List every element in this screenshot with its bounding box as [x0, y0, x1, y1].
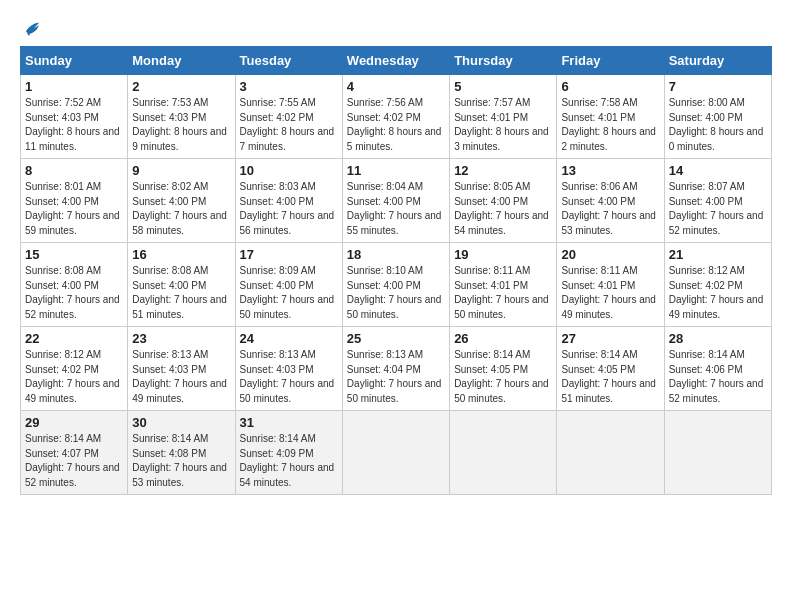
calendar-cell: 21 Sunrise: 8:12 AMSunset: 4:02 PMDaylig…: [664, 243, 771, 327]
day-info: Sunrise: 8:04 AMSunset: 4:00 PMDaylight:…: [347, 180, 445, 238]
day-info: Sunrise: 8:06 AMSunset: 4:00 PMDaylight:…: [561, 180, 659, 238]
day-info: Sunrise: 8:05 AMSunset: 4:00 PMDaylight:…: [454, 180, 552, 238]
calendar-cell: [450, 411, 557, 495]
day-number: 19: [454, 247, 552, 262]
col-tuesday: Tuesday: [235, 47, 342, 75]
day-info: Sunrise: 7:52 AMSunset: 4:03 PMDaylight:…: [25, 96, 123, 154]
day-number: 18: [347, 247, 445, 262]
day-number: 30: [132, 415, 230, 430]
day-info: Sunrise: 8:14 AMSunset: 4:05 PMDaylight:…: [454, 348, 552, 406]
calendar-week-row: 29 Sunrise: 8:14 AMSunset: 4:07 PMDaylig…: [21, 411, 772, 495]
calendar-cell: 12 Sunrise: 8:05 AMSunset: 4:00 PMDaylig…: [450, 159, 557, 243]
calendar-cell: 6 Sunrise: 7:58 AMSunset: 4:01 PMDayligh…: [557, 75, 664, 159]
calendar-body: 1 Sunrise: 7:52 AMSunset: 4:03 PMDayligh…: [21, 75, 772, 495]
day-number: 22: [25, 331, 123, 346]
day-number: 21: [669, 247, 767, 262]
col-monday: Monday: [128, 47, 235, 75]
day-number: 11: [347, 163, 445, 178]
col-friday: Friday: [557, 47, 664, 75]
calendar-cell: 31 Sunrise: 8:14 AMSunset: 4:09 PMDaylig…: [235, 411, 342, 495]
calendar-cell: 22 Sunrise: 8:12 AMSunset: 4:02 PMDaylig…: [21, 327, 128, 411]
day-number: 7: [669, 79, 767, 94]
day-number: 26: [454, 331, 552, 346]
day-number: 8: [25, 163, 123, 178]
col-wednesday: Wednesday: [342, 47, 449, 75]
day-info: Sunrise: 8:13 AMSunset: 4:03 PMDaylight:…: [240, 348, 338, 406]
day-number: 27: [561, 331, 659, 346]
calendar-cell: 18 Sunrise: 8:10 AMSunset: 4:00 PMDaylig…: [342, 243, 449, 327]
calendar-cell: 17 Sunrise: 8:09 AMSunset: 4:00 PMDaylig…: [235, 243, 342, 327]
day-info: Sunrise: 7:57 AMSunset: 4:01 PMDaylight:…: [454, 96, 552, 154]
day-info: Sunrise: 8:14 AMSunset: 4:08 PMDaylight:…: [132, 432, 230, 490]
day-info: Sunrise: 8:10 AMSunset: 4:00 PMDaylight:…: [347, 264, 445, 322]
day-info: Sunrise: 7:56 AMSunset: 4:02 PMDaylight:…: [347, 96, 445, 154]
day-number: 28: [669, 331, 767, 346]
calendar-cell: 27 Sunrise: 8:14 AMSunset: 4:05 PMDaylig…: [557, 327, 664, 411]
day-number: 25: [347, 331, 445, 346]
calendar-cell: 19 Sunrise: 8:11 AMSunset: 4:01 PMDaylig…: [450, 243, 557, 327]
day-info: Sunrise: 8:14 AMSunset: 4:09 PMDaylight:…: [240, 432, 338, 490]
calendar-cell: 1 Sunrise: 7:52 AMSunset: 4:03 PMDayligh…: [21, 75, 128, 159]
day-number: 3: [240, 79, 338, 94]
day-info: Sunrise: 8:08 AMSunset: 4:00 PMDaylight:…: [132, 264, 230, 322]
calendar-cell: 8 Sunrise: 8:01 AMSunset: 4:00 PMDayligh…: [21, 159, 128, 243]
logo: [20, 18, 46, 40]
calendar-cell: 7 Sunrise: 8:00 AMSunset: 4:00 PMDayligh…: [664, 75, 771, 159]
day-number: 6: [561, 79, 659, 94]
calendar-cell: 9 Sunrise: 8:02 AMSunset: 4:00 PMDayligh…: [128, 159, 235, 243]
calendar-header-row: Sunday Monday Tuesday Wednesday Thursday…: [21, 47, 772, 75]
day-info: Sunrise: 8:02 AMSunset: 4:00 PMDaylight:…: [132, 180, 230, 238]
day-number: 4: [347, 79, 445, 94]
day-info: Sunrise: 8:13 AMSunset: 4:03 PMDaylight:…: [132, 348, 230, 406]
day-info: Sunrise: 8:01 AMSunset: 4:00 PMDaylight:…: [25, 180, 123, 238]
header-area: [20, 18, 772, 40]
calendar-cell: 30 Sunrise: 8:14 AMSunset: 4:08 PMDaylig…: [128, 411, 235, 495]
day-number: 17: [240, 247, 338, 262]
day-number: 2: [132, 79, 230, 94]
day-info: Sunrise: 8:14 AMSunset: 4:07 PMDaylight:…: [25, 432, 123, 490]
calendar-cell: 5 Sunrise: 7:57 AMSunset: 4:01 PMDayligh…: [450, 75, 557, 159]
day-info: Sunrise: 8:08 AMSunset: 4:00 PMDaylight:…: [25, 264, 123, 322]
calendar-table: Sunday Monday Tuesday Wednesday Thursday…: [20, 46, 772, 495]
page: Sunday Monday Tuesday Wednesday Thursday…: [0, 0, 792, 507]
calendar-cell: 11 Sunrise: 8:04 AMSunset: 4:00 PMDaylig…: [342, 159, 449, 243]
calendar-cell: 23 Sunrise: 8:13 AMSunset: 4:03 PMDaylig…: [128, 327, 235, 411]
calendar-cell: 26 Sunrise: 8:14 AMSunset: 4:05 PMDaylig…: [450, 327, 557, 411]
day-info: Sunrise: 8:11 AMSunset: 4:01 PMDaylight:…: [454, 264, 552, 322]
calendar-cell: 28 Sunrise: 8:14 AMSunset: 4:06 PMDaylig…: [664, 327, 771, 411]
day-number: 24: [240, 331, 338, 346]
day-info: Sunrise: 8:03 AMSunset: 4:00 PMDaylight:…: [240, 180, 338, 238]
day-number: 16: [132, 247, 230, 262]
day-number: 10: [240, 163, 338, 178]
calendar-cell: 20 Sunrise: 8:11 AMSunset: 4:01 PMDaylig…: [557, 243, 664, 327]
day-number: 5: [454, 79, 552, 94]
calendar-cell: 16 Sunrise: 8:08 AMSunset: 4:00 PMDaylig…: [128, 243, 235, 327]
calendar-week-row: 1 Sunrise: 7:52 AMSunset: 4:03 PMDayligh…: [21, 75, 772, 159]
calendar-week-row: 8 Sunrise: 8:01 AMSunset: 4:00 PMDayligh…: [21, 159, 772, 243]
calendar-cell: 25 Sunrise: 8:13 AMSunset: 4:04 PMDaylig…: [342, 327, 449, 411]
calendar-week-row: 22 Sunrise: 8:12 AMSunset: 4:02 PMDaylig…: [21, 327, 772, 411]
calendar-cell: 29 Sunrise: 8:14 AMSunset: 4:07 PMDaylig…: [21, 411, 128, 495]
calendar-cell: 13 Sunrise: 8:06 AMSunset: 4:00 PMDaylig…: [557, 159, 664, 243]
day-info: Sunrise: 8:00 AMSunset: 4:00 PMDaylight:…: [669, 96, 767, 154]
day-info: Sunrise: 8:11 AMSunset: 4:01 PMDaylight:…: [561, 264, 659, 322]
day-info: Sunrise: 8:07 AMSunset: 4:00 PMDaylight:…: [669, 180, 767, 238]
day-info: Sunrise: 7:55 AMSunset: 4:02 PMDaylight:…: [240, 96, 338, 154]
day-number: 12: [454, 163, 552, 178]
calendar-cell: [664, 411, 771, 495]
col-sunday: Sunday: [21, 47, 128, 75]
calendar-cell: [557, 411, 664, 495]
calendar-week-row: 15 Sunrise: 8:08 AMSunset: 4:00 PMDaylig…: [21, 243, 772, 327]
calendar-cell: 4 Sunrise: 7:56 AMSunset: 4:02 PMDayligh…: [342, 75, 449, 159]
day-info: Sunrise: 8:13 AMSunset: 4:04 PMDaylight:…: [347, 348, 445, 406]
day-info: Sunrise: 8:12 AMSunset: 4:02 PMDaylight:…: [25, 348, 123, 406]
day-number: 13: [561, 163, 659, 178]
logo-bird-icon: [20, 18, 42, 40]
day-number: 15: [25, 247, 123, 262]
day-info: Sunrise: 7:53 AMSunset: 4:03 PMDaylight:…: [132, 96, 230, 154]
calendar-cell: 24 Sunrise: 8:13 AMSunset: 4:03 PMDaylig…: [235, 327, 342, 411]
day-info: Sunrise: 8:14 AMSunset: 4:06 PMDaylight:…: [669, 348, 767, 406]
calendar-cell: [342, 411, 449, 495]
day-info: Sunrise: 7:58 AMSunset: 4:01 PMDaylight:…: [561, 96, 659, 154]
calendar-cell: 2 Sunrise: 7:53 AMSunset: 4:03 PMDayligh…: [128, 75, 235, 159]
